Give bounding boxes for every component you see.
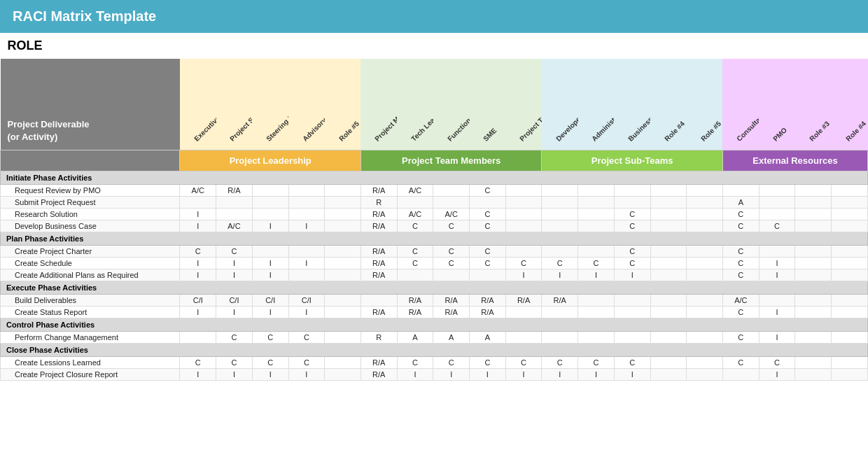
cell-3-0-0 — [180, 331, 216, 343]
cell-0-1-10 — [542, 196, 578, 208]
cell-3-0-13 — [650, 331, 687, 343]
cell-4-1-17 — [795, 368, 832, 380]
cell-2-1-1: I — [216, 306, 253, 318]
activity-cell: Research Solution — [1, 208, 180, 220]
cell-1-0-6: C — [397, 245, 433, 257]
phase-row-4: Close Phase Activities — [1, 343, 868, 356]
activity-cell: Build Deliverables — [1, 294, 180, 306]
phase-row-2: Execute Phase Activities — [1, 281, 868, 294]
group-header-2: Project Sub-Teams — [542, 150, 723, 171]
cell-4-0-6: C — [397, 356, 433, 368]
cell-2-0-12 — [614, 294, 650, 306]
cell-4-0-4 — [325, 356, 361, 368]
column-header-11: Administrative Support — [578, 59, 615, 150]
cell-0-3-12: C — [614, 220, 650, 232]
cell-2-1-17 — [795, 306, 832, 318]
cell-2-0-7: R/A — [433, 294, 470, 306]
cell-4-0-15: C — [722, 356, 759, 368]
activity-cell: Submit Project Request — [1, 196, 180, 208]
table-row: Create Status ReportIIIIR/AR/AR/AR/ACI — [1, 306, 868, 318]
cell-4-1-5: R/A — [360, 368, 397, 380]
group-header-3: External Resources — [722, 150, 867, 171]
phase-row-0: Initiate Phase Activities — [1, 171, 868, 184]
cell-3-0-15: C — [722, 331, 759, 343]
cell-1-1-0: I — [180, 257, 216, 269]
phase-row-3: Control Phase Activities — [1, 318, 868, 331]
cell-4-0-12: C — [614, 356, 650, 368]
activity-cell: Perform Change Management — [1, 331, 180, 343]
cell-0-0-0: A/C — [180, 184, 216, 196]
cell-1-1-1: I — [216, 257, 253, 269]
column-header-9: Project Team Member — [505, 59, 542, 150]
cell-2-0-11 — [578, 294, 615, 306]
cell-1-1-15: C — [722, 257, 759, 269]
cell-0-1-15: A — [722, 196, 759, 208]
cell-1-2-6 — [397, 269, 433, 281]
cell-1-0-11 — [578, 245, 615, 257]
cell-3-0-4 — [325, 331, 361, 343]
cell-0-2-2 — [252, 208, 288, 220]
cell-1-2-2: I — [252, 269, 288, 281]
cell-2-1-10 — [542, 306, 578, 318]
cell-1-1-18 — [832, 257, 868, 269]
cell-0-2-18 — [832, 208, 868, 220]
cell-1-0-18 — [832, 245, 868, 257]
matrix-container: ROLEProject Deliverable(or Activity)Exec… — [0, 33, 868, 381]
cell-1-2-5: R/A — [360, 269, 397, 281]
cell-2-0-5 — [360, 294, 397, 306]
cell-2-0-2: C/I — [252, 294, 288, 306]
cell-0-0-12 — [614, 184, 650, 196]
cell-0-2-1 — [216, 208, 253, 220]
cell-3-0-10 — [542, 331, 578, 343]
cell-1-2-12: I — [614, 269, 650, 281]
column-header-17: Role #3 — [795, 59, 832, 150]
column-header-2: Steering Committee — [252, 59, 288, 150]
cell-1-0-1: C — [216, 245, 253, 257]
cell-2-1-13 — [650, 306, 687, 318]
cell-0-0-15 — [722, 184, 759, 196]
cell-2-1-7: R/A — [433, 306, 470, 318]
cell-0-3-9 — [505, 220, 542, 232]
phase-label-3: Control Phase Activities — [1, 318, 868, 331]
cell-2-0-1: C/I — [216, 294, 253, 306]
cell-1-0-2 — [252, 245, 288, 257]
cell-4-0-13 — [650, 356, 687, 368]
cell-1-1-17 — [795, 257, 832, 269]
cell-0-3-14 — [687, 220, 723, 232]
cell-1-0-7: C — [433, 245, 470, 257]
column-header-16: PMO — [759, 59, 795, 150]
phase-label-1: Plan Phase Activities — [1, 232, 868, 245]
activity-cell: Create Project Closure Report — [1, 368, 180, 380]
cell-4-1-13 — [650, 368, 687, 380]
cell-1-2-7 — [433, 269, 470, 281]
cell-2-0-4 — [325, 294, 361, 306]
phase-label-4: Close Phase Activities — [1, 343, 868, 356]
column-header-6: Tech Lead — [397, 59, 433, 150]
cell-3-0-5: R — [360, 331, 397, 343]
cell-1-2-3 — [288, 269, 325, 281]
cell-4-0-10: C — [542, 356, 578, 368]
cell-1-1-9: C — [505, 257, 542, 269]
cell-3-0-7: A — [433, 331, 470, 343]
cell-4-1-10: I — [542, 368, 578, 380]
table-row: Submit Project RequestRA — [1, 196, 868, 208]
cell-4-1-3: I — [288, 368, 325, 380]
cell-0-2-3 — [288, 208, 325, 220]
cell-4-1-14 — [687, 368, 723, 380]
cell-1-1-13 — [650, 257, 687, 269]
phase-row-1: Plan Phase Activities — [1, 232, 868, 245]
cell-3-0-9 — [505, 331, 542, 343]
cell-0-2-8: C — [470, 208, 506, 220]
activity-cell: Create Schedule — [1, 257, 180, 269]
cell-0-2-5: R/A — [360, 208, 397, 220]
cell-1-0-5: R/A — [360, 245, 397, 257]
phase-label-0: Initiate Phase Activities — [1, 171, 868, 184]
column-header-4: Role #5 — [325, 59, 361, 150]
cell-4-1-16: I — [759, 368, 795, 380]
cell-0-2-10 — [542, 208, 578, 220]
cell-4-1-8: I — [470, 368, 506, 380]
cell-0-3-16: C — [759, 220, 795, 232]
cell-4-0-2: C — [252, 356, 288, 368]
activity-cell: Create Additional Plans as Required — [1, 269, 180, 281]
cell-1-2-8 — [470, 269, 506, 281]
